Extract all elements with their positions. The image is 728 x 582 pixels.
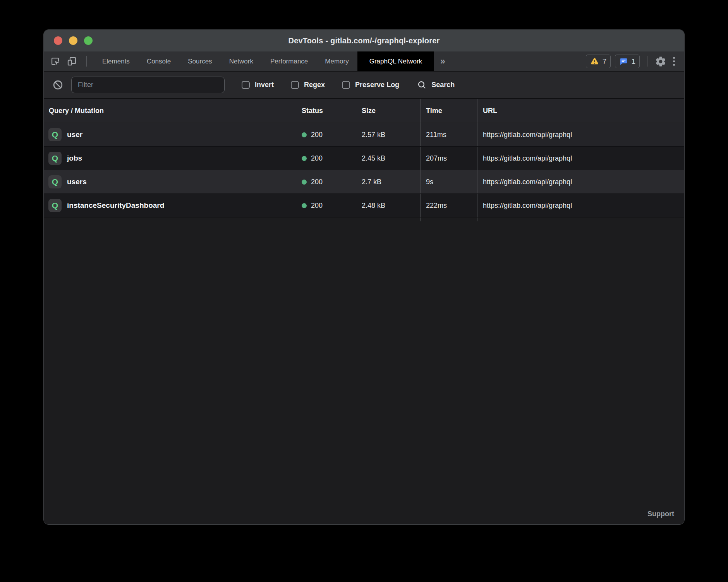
devtools-window: DevTools - gitlab.com/-/graphql-explorer… — [43, 29, 685, 525]
status-code: 200 — [311, 131, 323, 139]
response-size: 2.48 kB — [356, 194, 420, 217]
tab-graphql-network[interactable]: GraphQL Network — [357, 51, 434, 71]
settings-gear-icon[interactable] — [655, 56, 666, 67]
column-header-query-mutation[interactable]: Query / Mutation — [44, 99, 296, 123]
request-url: https://gitlab.com/api/graphql — [477, 147, 684, 170]
table-row[interactable]: Q user 200 2.57 kB 211ms https://gitlab.… — [44, 123, 684, 147]
request-url: https://gitlab.com/api/graphql — [477, 194, 684, 217]
devtools-tabbar: Elements Console Sources Network Perform… — [44, 51, 684, 72]
table-row[interactable]: Q instanceSecurityDashboard 200 2.48 kB … — [44, 194, 684, 217]
filter-input[interactable] — [71, 77, 225, 93]
preserve-log-checkbox[interactable] — [342, 81, 350, 89]
status-ok-dot — [302, 203, 307, 208]
table-row[interactable]: Q jobs 200 2.45 kB 207ms https://gitlab.… — [44, 147, 684, 170]
invert-label: Invert — [255, 81, 274, 89]
regex-label: Regex — [304, 81, 325, 89]
invert-checkbox[interactable] — [242, 81, 250, 89]
more-tabs-chevron-icon[interactable]: » — [434, 51, 452, 71]
chat-bubble-icon — [619, 57, 628, 66]
response-time: 207ms — [420, 147, 477, 170]
response-size: 2.45 kB — [356, 147, 420, 170]
query-type-badge: Q — [48, 175, 62, 188]
search-control[interactable]: Search — [417, 80, 455, 90]
device-toolbar-icon[interactable] — [67, 56, 77, 67]
column-header-url[interactable]: URL — [477, 99, 684, 123]
controls-separator — [647, 56, 647, 67]
query-type-badge: Q — [48, 152, 62, 165]
tab-performance[interactable]: Performance — [262, 51, 316, 71]
traffic-lights — [54, 30, 93, 51]
tab-console[interactable]: Console — [138, 51, 179, 71]
warnings-badge[interactable]: 7 — [586, 55, 611, 68]
tabbar-right-controls: 7 1 — [586, 51, 684, 71]
query-name: jobs — [67, 154, 82, 163]
tab-memory[interactable]: Memory — [316, 51, 357, 71]
tabbar-separator — [86, 56, 87, 67]
response-time: 222ms — [420, 194, 477, 217]
request-url: https://gitlab.com/api/graphql — [477, 170, 684, 193]
query-type-badge: Q — [48, 199, 62, 212]
table-header: Query / Mutation Status Size Time URL — [44, 99, 684, 123]
warning-triangle-icon — [590, 57, 599, 65]
minimize-window-button[interactable] — [69, 36, 77, 45]
response-time: 211ms — [420, 123, 477, 146]
column-header-time[interactable]: Time — [420, 99, 477, 123]
column-lines-extension — [44, 217, 684, 221]
status-ok-dot — [302, 180, 307, 185]
clear-block-icon[interactable] — [52, 79, 64, 91]
column-header-status[interactable]: Status — [296, 99, 356, 123]
status-code: 200 — [311, 154, 323, 163]
window-title: DevTools - gitlab.com/-/graphql-explorer — [288, 36, 440, 45]
preserve-log-label: Preserve Log — [355, 81, 399, 89]
warnings-count: 7 — [603, 57, 607, 66]
close-window-button[interactable] — [54, 36, 62, 45]
network-toolbar: Invert Regex Preserve Log Search — [44, 72, 684, 99]
column-header-size[interactable]: Size — [356, 99, 420, 123]
request-url: https://gitlab.com/api/graphql — [477, 123, 684, 146]
tabbar-tools — [44, 51, 94, 71]
response-size: 2.7 kB — [356, 170, 420, 193]
titlebar: DevTools - gitlab.com/-/graphql-explorer — [44, 30, 684, 51]
regex-checkbox-group: Regex — [291, 81, 325, 89]
zoom-window-button[interactable] — [84, 36, 93, 45]
inspect-element-icon[interactable] — [50, 56, 60, 67]
table-row[interactable]: Q users 200 2.7 kB 9s https://gitlab.com… — [44, 170, 684, 194]
response-size: 2.57 kB — [356, 123, 420, 146]
status-code: 200 — [311, 178, 323, 186]
tab-elements[interactable]: Elements — [94, 51, 138, 71]
issues-badge[interactable]: 1 — [615, 55, 640, 68]
search-label: Search — [431, 81, 455, 89]
regex-checkbox[interactable] — [291, 81, 299, 89]
issues-count: 1 — [631, 57, 635, 66]
preserve-log-checkbox-group: Preserve Log — [342, 81, 399, 89]
more-options-kebab-icon[interactable] — [671, 57, 677, 66]
tab-network[interactable]: Network — [221, 51, 262, 71]
support-link[interactable]: Support — [647, 510, 674, 518]
invert-checkbox-group: Invert — [242, 81, 274, 89]
tab-sources[interactable]: Sources — [179, 51, 220, 71]
status-code: 200 — [311, 202, 323, 210]
query-type-badge: Q — [48, 128, 62, 141]
query-name: users — [67, 178, 87, 186]
search-icon — [417, 80, 427, 90]
response-time: 9s — [420, 170, 477, 193]
query-name: instanceSecurityDashboard — [67, 201, 164, 210]
status-ok-dot — [302, 132, 307, 137]
status-ok-dot — [302, 156, 307, 161]
query-name: user — [67, 130, 82, 139]
